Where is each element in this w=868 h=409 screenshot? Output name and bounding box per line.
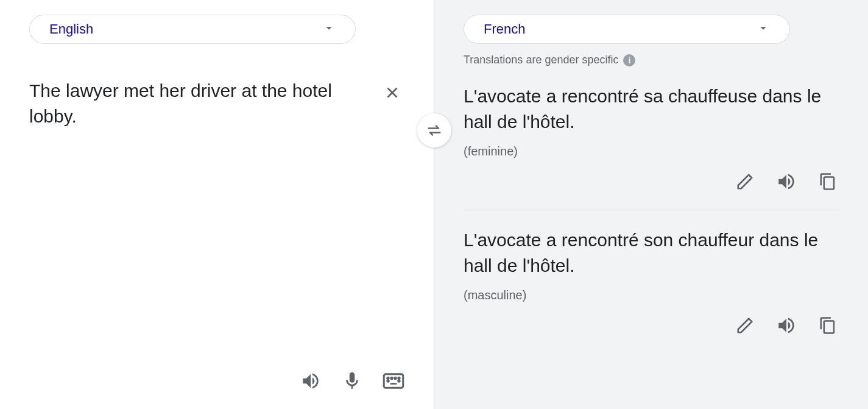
edit-translation-button[interactable] [734,171,756,193]
translation-result: L'avocate a rencontré sa chauffeuse dans… [464,84,839,193]
target-panel: French Translations are gender specific … [434,0,868,409]
svg-point-3 [395,377,396,379]
gender-notice-text: Translations are gender specific [464,54,618,66]
source-text-input[interactable]: The lawyer met her driver at the hotel l… [29,78,404,261]
speaker-icon [776,171,797,192]
translation-text: L'avocate a rencontré sa chauffeuse dans… [464,84,839,135]
divider [464,210,839,210]
swap-icon [426,122,443,139]
keyboard-icon [383,372,404,390]
swap-languages-button[interactable] [417,113,451,148]
speaker-icon [776,315,797,336]
source-language-label: English [49,21,93,37]
pencil-icon [736,172,754,191]
gender-label: (masculine) [464,288,839,302]
target-language-label: French [484,21,525,37]
chevron-down-icon [757,21,770,37]
close-icon [383,84,401,102]
copy-translation-button[interactable] [817,171,839,193]
svg-point-1 [387,377,389,379]
svg-point-2 [391,377,392,379]
target-language-select[interactable]: French [464,15,790,44]
pencil-icon [736,316,754,335]
gender-label: (feminine) [464,144,839,158]
copy-icon [819,172,837,191]
translation-result: L'avocate a rencontré son chauffeur dans… [464,227,839,336]
info-icon[interactable]: i [623,54,635,66]
listen-source-button[interactable] [300,370,322,392]
keyboard-button[interactable] [383,370,404,392]
listen-translation-button[interactable] [775,171,797,193]
chevron-down-icon [322,21,336,37]
gender-notice: Translations are gender specific i [464,54,839,66]
translation-text: L'avocate a rencontré son chauffeur dans… [464,227,839,279]
svg-point-6 [398,380,400,382]
clear-button[interactable] [380,80,404,105]
listen-translation-button[interactable] [775,315,797,336]
copy-translation-button[interactable] [817,315,839,336]
svg-point-5 [387,380,389,382]
edit-translation-button[interactable] [734,315,756,336]
svg-point-4 [398,377,400,379]
speaker-icon [300,371,321,391]
source-panel: English The lawyer met her driver at the… [0,0,434,409]
source-language-select[interactable]: English [29,15,356,44]
microphone-icon [342,371,362,391]
copy-icon [819,316,837,335]
microphone-button[interactable] [341,370,363,392]
